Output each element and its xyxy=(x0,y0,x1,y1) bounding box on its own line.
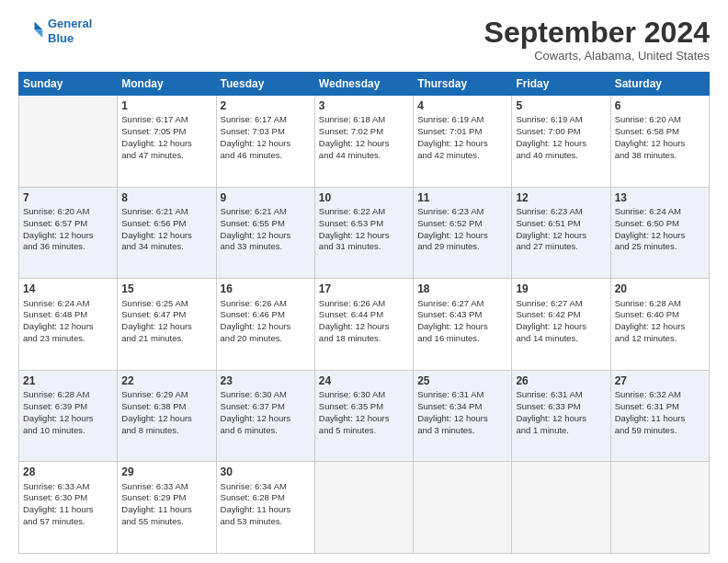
day-info-line: Sunrise: 6:19 AM xyxy=(516,114,582,124)
day-info-line: and 36 minutes. xyxy=(23,241,85,251)
day-info-line: Daylight: 12 hours xyxy=(121,321,192,331)
day-info-line: Sunrise: 6:34 AM xyxy=(221,481,287,491)
day-info-line: Sunrise: 6:32 AM xyxy=(615,389,681,399)
day-info-line: Sunrise: 6:25 AM xyxy=(121,298,188,308)
day-info-line: Sunrise: 6:20 AM xyxy=(23,206,89,216)
calendar-table: Sunday Monday Tuesday Wednesday Thursday… xyxy=(18,72,710,554)
day-info-line: Sunset: 6:38 PM xyxy=(121,401,186,411)
calendar-row-1: 1Sunrise: 6:17 AMSunset: 7:05 PMDaylight… xyxy=(19,96,710,188)
day-number: 17 xyxy=(319,282,409,296)
day-info-line: Sunrise: 6:19 AM xyxy=(417,114,483,124)
table-row: 14Sunrise: 6:24 AMSunset: 6:48 PMDayligh… xyxy=(19,279,118,371)
day-info-line: Daylight: 12 hours xyxy=(516,321,586,331)
calendar-row-5: 28Sunrise: 6:33 AMSunset: 6:30 PMDayligh… xyxy=(19,462,710,554)
day-info-line: Sunset: 6:57 PM xyxy=(23,218,87,228)
day-info-line: Daylight: 12 hours xyxy=(417,230,488,240)
day-info-line: Daylight: 11 hours xyxy=(23,504,94,514)
table-row: 13Sunrise: 6:24 AMSunset: 6:50 PMDayligh… xyxy=(610,187,709,279)
day-info-line: Sunset: 6:33 PM xyxy=(516,401,580,411)
day-info-line: and 33 minutes. xyxy=(221,241,283,251)
day-info-line: Sunset: 6:55 PM xyxy=(221,218,285,228)
table-row: 11Sunrise: 6:23 AMSunset: 6:52 PMDayligh… xyxy=(414,187,512,279)
table-row xyxy=(512,462,610,554)
day-info-line: and 16 minutes. xyxy=(417,333,480,343)
day-info-line: Daylight: 12 hours xyxy=(23,321,94,331)
day-info-line: Daylight: 12 hours xyxy=(319,321,390,331)
day-info-line: Daylight: 12 hours xyxy=(417,413,488,423)
table-row: 1Sunrise: 6:17 AMSunset: 7:05 PMDaylight… xyxy=(118,96,216,188)
day-info-line: Sunset: 6:46 PM xyxy=(221,309,285,319)
location: Cowarts, Alabama, United States xyxy=(484,49,710,63)
day-info-line: and 5 minutes. xyxy=(319,425,376,435)
day-info-line: Sunset: 6:43 PM xyxy=(417,309,482,319)
day-number: 19 xyxy=(516,282,606,296)
page: General Blue September 2024 Cowarts, Ala… xyxy=(0,0,728,563)
day-info-line: and 6 minutes. xyxy=(221,425,278,435)
day-number: 1 xyxy=(121,98,211,113)
day-info-line: Sunrise: 6:24 AM xyxy=(23,298,89,308)
day-info-line: and 40 minutes. xyxy=(516,150,578,160)
day-info-line: Sunrise: 6:17 AM xyxy=(121,114,188,124)
day-number: 20 xyxy=(615,282,705,296)
logo-general: General xyxy=(48,17,92,30)
day-info-line: and 12 minutes. xyxy=(615,333,677,343)
day-info-line: and 38 minutes. xyxy=(615,150,677,160)
day-number: 14 xyxy=(23,282,113,296)
table-row: 10Sunrise: 6:22 AMSunset: 6:53 PMDayligh… xyxy=(314,187,413,279)
day-info-line: and 53 minutes. xyxy=(221,516,283,526)
day-number: 4 xyxy=(417,98,507,113)
day-number: 10 xyxy=(319,190,409,205)
day-info-line: Sunrise: 6:28 AM xyxy=(615,298,681,308)
col-sunday: Sunday xyxy=(19,73,118,96)
table-row: 21Sunrise: 6:28 AMSunset: 6:39 PMDayligh… xyxy=(19,370,118,462)
col-thursday: Thursday xyxy=(414,73,512,96)
top-section: General Blue September 2024 Cowarts, Ala… xyxy=(18,17,710,63)
day-info-line: Sunset: 6:30 PM xyxy=(23,492,87,502)
month-title: September 2024 xyxy=(484,17,710,49)
day-number: 18 xyxy=(417,282,507,296)
day-info-line: Sunset: 6:31 PM xyxy=(615,401,679,411)
table-row: 19Sunrise: 6:27 AMSunset: 6:42 PMDayligh… xyxy=(512,279,610,371)
day-info-line: Sunset: 6:47 PM xyxy=(121,309,186,319)
table-row: 5Sunrise: 6:19 AMSunset: 7:00 PMDaylight… xyxy=(512,96,610,188)
day-info-line: Daylight: 12 hours xyxy=(221,230,291,240)
day-info-line: Sunset: 7:05 PM xyxy=(121,126,186,136)
day-info-line: Sunset: 7:03 PM xyxy=(221,126,285,136)
day-info-line: Daylight: 12 hours xyxy=(23,230,94,240)
table-row: 18Sunrise: 6:27 AMSunset: 6:43 PMDayligh… xyxy=(414,279,512,371)
day-info-line: Sunrise: 6:21 AM xyxy=(221,206,287,216)
day-number: 7 xyxy=(23,190,113,205)
day-number: 26 xyxy=(516,373,606,388)
day-info-line: and 42 minutes. xyxy=(417,150,480,160)
logo: General Blue xyxy=(18,17,92,45)
table-row: 30Sunrise: 6:34 AMSunset: 6:28 PMDayligh… xyxy=(216,462,314,554)
table-row: 2Sunrise: 6:17 AMSunset: 7:03 PMDaylight… xyxy=(216,96,314,188)
table-row: 4Sunrise: 6:19 AMSunset: 7:01 PMDaylight… xyxy=(414,96,512,188)
calendar-row-4: 21Sunrise: 6:28 AMSunset: 6:39 PMDayligh… xyxy=(19,370,710,462)
day-info-line: Daylight: 12 hours xyxy=(221,413,291,423)
day-info-line: Daylight: 12 hours xyxy=(516,138,586,148)
day-info-line: Sunrise: 6:31 AM xyxy=(417,389,483,399)
day-info-line: Daylight: 12 hours xyxy=(319,230,390,240)
day-info-line: and 20 minutes. xyxy=(221,333,283,343)
day-info-line: Sunset: 6:29 PM xyxy=(121,492,186,502)
day-info-line: Daylight: 12 hours xyxy=(221,321,291,331)
day-info-line: Daylight: 12 hours xyxy=(121,413,192,423)
day-info-line: and 8 minutes. xyxy=(121,425,178,435)
table-row: 28Sunrise: 6:33 AMSunset: 6:30 PMDayligh… xyxy=(19,462,118,554)
svg-marker-1 xyxy=(35,29,43,38)
table-row xyxy=(19,96,118,188)
day-info-line: Sunset: 6:50 PM xyxy=(615,218,679,228)
day-number: 8 xyxy=(121,190,211,205)
day-info-line: Sunrise: 6:18 AM xyxy=(319,114,385,124)
table-row: 3Sunrise: 6:18 AMSunset: 7:02 PMDaylight… xyxy=(314,96,413,188)
day-info-line: Daylight: 12 hours xyxy=(319,138,390,148)
day-info-line: Sunrise: 6:30 AM xyxy=(221,389,287,399)
day-info-line: Sunset: 6:28 PM xyxy=(221,492,285,502)
day-info-line: Sunrise: 6:27 AM xyxy=(417,298,483,308)
day-number: 22 xyxy=(121,373,211,388)
day-info-line: Sunrise: 6:23 AM xyxy=(516,206,582,216)
day-number: 23 xyxy=(221,373,311,388)
day-info-line: Daylight: 12 hours xyxy=(121,230,192,240)
day-info-line: Sunrise: 6:30 AM xyxy=(319,389,385,399)
